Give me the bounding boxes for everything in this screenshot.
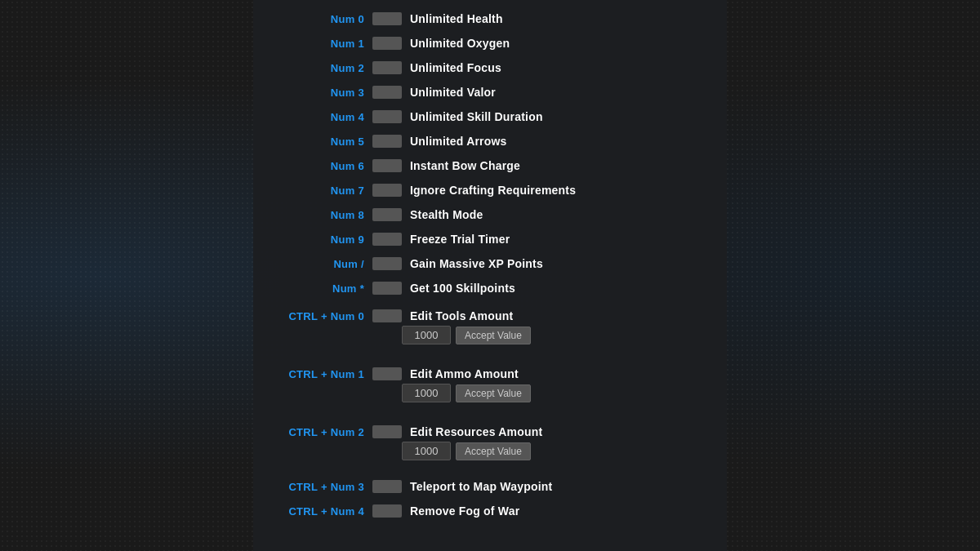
key-label: Num 9 <box>266 233 364 246</box>
accept-value-button[interactable]: Accept Value <box>456 442 531 460</box>
accept-value-button[interactable]: Accept Value <box>456 327 531 344</box>
key-label: CTRL + Num 0 <box>266 310 364 322</box>
cheat-label: Unlimited Focus <box>410 61 714 74</box>
key-label: Num / <box>266 258 364 270</box>
toggle-switch[interactable] <box>372 86 402 99</box>
cheat-label: Ignore Crafting Requirements <box>410 184 714 197</box>
toggle-switch[interactable] <box>372 184 402 197</box>
toggle-switch[interactable] <box>372 480 402 493</box>
cheat-row: Num 9Freeze Trial Timer <box>253 227 727 251</box>
cheat-row: CTRL + Num 0Edit Tools AmountAccept Valu… <box>253 307 727 352</box>
key-label: Num * <box>266 282 364 295</box>
cheat-row: Num /Gain Massive XP Points <box>253 251 727 276</box>
key-label: Num 6 <box>266 160 364 172</box>
cheat-label: Unlimited Skill Duration <box>410 110 714 123</box>
cheat-row: Num 2Unlimited Focus <box>253 56 727 80</box>
cheat-label: Unlimited Valor <box>410 86 714 99</box>
cheat-row: CTRL + Num 2Edit Resources AmountAccept … <box>253 423 727 468</box>
value-input[interactable] <box>402 442 451 460</box>
toggle-switch[interactable] <box>372 367 402 380</box>
cheat-row: CTRL + Num 4Remove Fog of War <box>253 499 727 523</box>
cheat-label: Edit Tools Amount <box>410 309 714 322</box>
input-row: Accept Value <box>402 384 714 402</box>
toggle-switch[interactable] <box>372 61 402 74</box>
toggle-switch[interactable] <box>372 12 402 25</box>
toggle-switch[interactable] <box>372 257 402 270</box>
toggle-switch[interactable] <box>372 37 402 50</box>
cheats-panel: Num 0Unlimited HealthNum 1Unlimited Oxyg… <box>253 0 727 551</box>
toggle-switch[interactable] <box>372 425 402 438</box>
cheat-row: Num 7Ignore Crafting Requirements <box>253 178 727 202</box>
cheat-label: Stealth Mode <box>410 208 714 221</box>
key-label: Num 3 <box>266 87 364 99</box>
key-label: CTRL + Num 4 <box>266 505 364 518</box>
cheat-row: Num 6Instant Bow Charge <box>253 153 727 178</box>
toggle-switch[interactable] <box>372 309 402 322</box>
toggle-switch[interactable] <box>372 208 402 221</box>
cheat-label: Remove Fog of War <box>410 504 714 518</box>
cheat-label: Unlimited Oxygen <box>410 37 714 50</box>
key-label: CTRL + Num 1 <box>266 368 364 380</box>
input-row: Accept Value <box>402 442 714 460</box>
cheat-label: Edit Ammo Amount <box>410 367 714 380</box>
cheat-row: CTRL + Num 1Edit Ammo AmountAccept Value <box>253 365 727 410</box>
key-label: Num 8 <box>266 209 364 221</box>
cheat-label: Unlimited Health <box>410 12 714 25</box>
cheat-label: Edit Resources Amount <box>410 425 714 438</box>
cheat-row: Num 8Stealth Mode <box>253 202 727 227</box>
key-label: Num 0 <box>266 13 364 25</box>
cheat-row: CTRL + Num 3Teleport to Map Waypoint <box>253 474 727 499</box>
cheat-label: Unlimited Arrows <box>410 135 714 148</box>
cheat-label: Teleport to Map Waypoint <box>410 480 714 493</box>
cheat-row: Num 3Unlimited Valor <box>253 80 727 104</box>
accept-value-button[interactable]: Accept Value <box>456 384 531 402</box>
key-label: Num 1 <box>266 38 364 50</box>
input-row: Accept Value <box>402 326 714 344</box>
value-input[interactable] <box>402 384 451 402</box>
cheat-label: Get 100 Skillpoints <box>410 282 714 295</box>
key-label: Num 5 <box>266 136 364 148</box>
toggle-switch[interactable] <box>372 282 402 295</box>
toggle-switch[interactable] <box>372 504 402 518</box>
key-label: CTRL + Num 2 <box>266 426 364 438</box>
value-input[interactable] <box>402 326 451 344</box>
key-label: Num 4 <box>266 111 364 123</box>
cheat-label: Freeze Trial Timer <box>410 233 714 246</box>
key-label: Num 7 <box>266 184 364 197</box>
cheat-row: Num 4Unlimited Skill Duration <box>253 104 727 129</box>
toggle-switch[interactable] <box>372 233 402 246</box>
cheat-label: Instant Bow Charge <box>410 159 714 172</box>
toggle-switch[interactable] <box>372 159 402 172</box>
cheat-row: Num 1Unlimited Oxygen <box>253 31 727 56</box>
cheat-label: Gain Massive XP Points <box>410 257 714 270</box>
key-label: CTRL + Num 3 <box>266 481 364 493</box>
cheat-row: Num *Get 100 Skillpoints <box>253 276 727 300</box>
toggle-switch[interactable] <box>372 110 402 123</box>
key-label: Num 2 <box>266 62 364 74</box>
cheat-row: Num 5Unlimited Arrows <box>253 129 727 153</box>
toggle-switch[interactable] <box>372 135 402 148</box>
cheat-row: Num 0Unlimited Health <box>253 7 727 31</box>
